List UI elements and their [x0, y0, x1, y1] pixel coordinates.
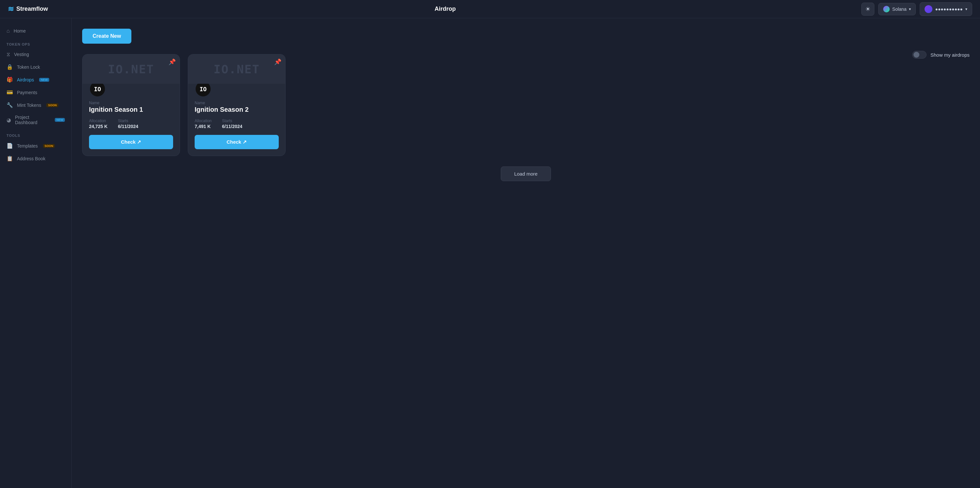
- page-title: Airdrop: [434, 6, 861, 13]
- sidebar-address-book-label: Address Book: [17, 156, 45, 161]
- vesting-icon: ⧖: [6, 51, 10, 57]
- card-2-header: IO.NET 📌: [188, 54, 285, 84]
- sidebar-airdrops-label: Airdrops: [17, 77, 34, 82]
- theme-toggle-button[interactable]: ☀: [861, 3, 874, 16]
- templates-icon: 📄: [6, 143, 13, 149]
- sidebar-item-vesting[interactable]: ⧖ Vesting: [0, 48, 72, 60]
- airdrop-card-1: IO.NET 📌 IO Name Ignition Season 1 Alloc…: [82, 54, 180, 156]
- network-label: Solana: [892, 6, 907, 12]
- show-my-airdrops-row: Show my airdrops: [912, 51, 970, 59]
- wallet-label: ●●●●●●●●●●: [935, 6, 963, 12]
- card-2-starts: Starts 6/11/2024: [222, 119, 242, 129]
- templates-soon-badge: Soon: [43, 144, 55, 148]
- card-2-pin-button[interactable]: 📌: [274, 58, 282, 65]
- dashboard-new-badge: New: [55, 118, 65, 122]
- airdrops-new-badge: New: [39, 78, 49, 82]
- card-1-starts-value: 6/11/2024: [118, 124, 138, 129]
- sidebar: ⌂ Home TOKEN OPS ⧖ Vesting 🔒 Token Lock …: [0, 18, 72, 488]
- dashboard-icon: ◕: [6, 117, 11, 123]
- network-selector-button[interactable]: Solana ▾: [878, 3, 916, 15]
- sidebar-dashboard-label: Project Dashboard: [15, 115, 49, 125]
- lock-icon: 🔒: [6, 64, 13, 70]
- sidebar-home-label: Home: [14, 29, 26, 33]
- card-2-allocation: Allocation 7,491 K: [195, 119, 212, 129]
- show-my-airdrops-toggle[interactable]: [912, 51, 926, 59]
- card-1-meta-row: Allocation 24,725 K Starts 6/11/2024: [89, 119, 173, 129]
- load-more-row: Load more: [82, 166, 970, 181]
- card-2-starts-label: Starts: [222, 119, 242, 123]
- sidebar-payments-label: Payments: [17, 90, 37, 95]
- card-2-name: Ignition Season 2: [195, 106, 279, 113]
- card-1-header: IO.NET 📌: [83, 54, 180, 84]
- card-2-logo-text: IO.NET: [213, 63, 260, 76]
- card-2-name-label: Name: [195, 101, 279, 105]
- card-1-logo-text: IO.NET: [108, 63, 154, 76]
- card-1-starts: Starts 6/11/2024: [118, 119, 138, 129]
- toggle-thumb: [913, 52, 920, 58]
- sidebar-item-token-lock[interactable]: 🔒 Token Lock: [0, 60, 72, 73]
- wallet-chevron-icon: ▾: [965, 7, 967, 11]
- airdrop-icon: 🎁: [6, 76, 13, 83]
- card-2-meta-row: Allocation 7,491 K Starts 6/11/2024: [195, 119, 279, 129]
- main-layout: ⌂ Home TOKEN OPS ⧖ Vesting 🔒 Token Lock …: [0, 18, 980, 488]
- logo-icon: ≋: [8, 5, 14, 13]
- home-icon: ⌂: [6, 28, 10, 34]
- card-2-check-button[interactable]: Check ↗: [195, 135, 279, 149]
- sidebar-item-payments[interactable]: 💳 Payments: [0, 86, 72, 99]
- sidebar-item-address-book[interactable]: 📋 Address Book: [0, 152, 72, 165]
- sidebar-section-tools: TOOLS: [0, 128, 72, 139]
- card-1-pin-button[interactable]: 📌: [169, 58, 176, 65]
- mint-soon-badge: Soon: [46, 103, 58, 107]
- topbar: ≋ Streamflow Airdrop ☀ Solana ▾ ●●●●●●●●…: [0, 0, 980, 18]
- sidebar-templates-label: Templates: [17, 143, 38, 149]
- card-1-name-label: Name: [89, 101, 173, 105]
- wallet-avatar: [924, 5, 932, 13]
- card-2-allocation-label: Allocation: [195, 119, 212, 123]
- card-2-body: IO Name Ignition Season 2 Allocation 7,4…: [188, 84, 285, 156]
- sidebar-item-home[interactable]: ⌂ Home: [0, 25, 72, 37]
- card-1-starts-label: Starts: [118, 119, 138, 123]
- card-1-body: IO Name Ignition Season 1 Allocation 24,…: [83, 84, 180, 156]
- sidebar-item-airdrops[interactable]: 🎁 Airdrops New: [0, 73, 72, 86]
- create-new-button[interactable]: Create New: [82, 29, 131, 44]
- card-1-name: Ignition Season 1: [89, 106, 173, 113]
- card-1-allocation-value: 24,725 K: [89, 124, 108, 129]
- sidebar-mint-label: Mint Tokens: [17, 103, 41, 108]
- sun-icon: ☀: [865, 6, 870, 13]
- airdrop-cards-grid: IO.NET 📌 IO Name Ignition Season 1 Alloc…: [82, 54, 970, 156]
- airdrop-card-2: IO.NET 📌 IO Name Ignition Season 2 Alloc…: [188, 54, 286, 156]
- sidebar-item-mint-tokens[interactable]: 🔧 Mint Tokens Soon: [0, 99, 72, 111]
- load-more-button[interactable]: Load more: [501, 166, 551, 181]
- card-1-check-button[interactable]: Check ↗: [89, 135, 173, 149]
- payments-icon: 💳: [6, 89, 13, 95]
- card-1-allocation: Allocation 24,725 K: [89, 119, 108, 129]
- card-2-starts-value: 6/11/2024: [222, 124, 242, 129]
- address-book-icon: 📋: [6, 155, 13, 162]
- content-area: Show my airdrops Create New IO.NET 📌 IO …: [72, 18, 980, 488]
- sidebar-section-token-ops: TOKEN OPS: [0, 37, 72, 48]
- mint-icon: 🔧: [6, 102, 13, 108]
- app-name: Streamflow: [16, 6, 48, 13]
- card-1-allocation-label: Allocation: [89, 119, 108, 123]
- solana-network-icon: [883, 6, 890, 13]
- sidebar-token-lock-label: Token Lock: [17, 65, 40, 70]
- sidebar-vesting-label: Vesting: [14, 52, 29, 57]
- toggle-label: Show my airdrops: [931, 52, 970, 58]
- card-2-allocation-value: 7,491 K: [195, 124, 212, 129]
- logo: ≋ Streamflow: [8, 5, 434, 13]
- topbar-right: ☀ Solana ▾ ●●●●●●●●●● ▾: [861, 2, 972, 16]
- chevron-down-icon: ▾: [909, 7, 911, 11]
- wallet-button[interactable]: ●●●●●●●●●● ▾: [920, 2, 972, 16]
- sidebar-item-templates[interactable]: 📄 Templates Soon: [0, 139, 72, 152]
- sidebar-item-project-dashboard[interactable]: ◕ Project Dashboard New: [0, 111, 72, 128]
